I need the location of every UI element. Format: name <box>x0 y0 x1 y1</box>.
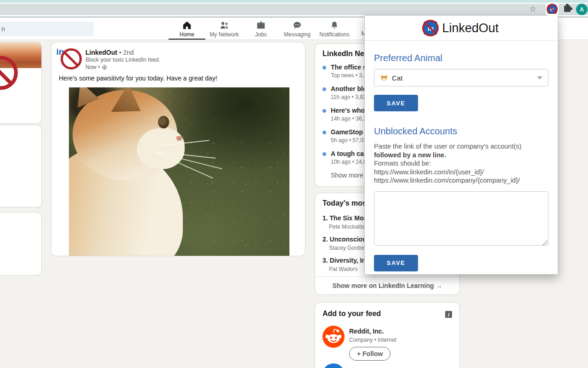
bullet-icon <box>322 66 326 69</box>
instructions-line: Formats should be: <box>374 159 548 168</box>
browser-toolbar <box>0 4 588 15</box>
reddit-logo[interactable] <box>322 326 345 348</box>
left-sidebar-card <box>0 125 41 207</box>
next-suggestion-logo-partial <box>322 363 345 368</box>
selected-animal-value: Cat <box>392 74 402 82</box>
linkedout-logo: in <box>60 47 61 56</box>
news-title: LinkedIn New <box>322 50 370 58</box>
cat-photo-eye <box>158 116 169 128</box>
show-more-linkedin-learning-link[interactable]: Show more on LinkedIn Learning → <box>315 276 459 294</box>
popup-header: in LinkedOut <box>365 16 558 41</box>
cat-photo-nose <box>176 136 182 141</box>
suggestion-company-name[interactable]: Reddit, Inc. <box>349 328 384 335</box>
my-network-icon <box>219 20 229 30</box>
news-show-more[interactable]: Show more <box>331 172 363 179</box>
add-to-feed-card: Add to your feed i Reddit, Inc. Company … <box>315 303 459 368</box>
prohibition-sign-icon <box>61 48 82 69</box>
post-author-tagline: Block your toxic LinkedIn feed. <box>85 57 160 63</box>
linkedout-logo: in <box>548 5 557 14</box>
prohibition-sign-icon <box>547 4 558 15</box>
reddit-alien-icon <box>322 326 345 348</box>
popup-body: Preferred Animal Cat SAVE Unblocked Acco… <box>365 53 558 271</box>
post-author-link[interactable]: LinkedOut • 2nd <box>85 49 134 56</box>
popup-anchor-tail <box>548 14 558 17</box>
connection-degree: • 2nd <box>119 49 134 56</box>
bullet-icon <box>322 109 326 113</box>
unblocked-accounts-textarea[interactable] <box>374 191 548 246</box>
courses-title: Today's most <box>322 199 369 207</box>
instructions-url-format-company: https://www.linkedin.com/company/{compan… <box>374 176 548 185</box>
unblocked-accounts-instructions: Paste the link of the user or company's … <box>374 142 548 185</box>
left-sidebar-card <box>0 213 41 275</box>
cat-emoji-icon <box>380 74 388 82</box>
search-text: n <box>1 25 5 33</box>
info-icon[interactable]: i <box>445 311 452 318</box>
post-author-avatar[interactable]: in <box>60 48 61 56</box>
jobs-briefcase-icon <box>256 20 266 30</box>
feed-post-card: in LinkedOut • 2nd Block your toxic Link… <box>51 42 305 256</box>
instructions-url-format-user: https://www.linkedin.com/in/{user_id}/ <box>374 168 548 177</box>
post-timestamp: Now • <box>85 64 107 70</box>
screen: ☆ in A n Home My Network Jobs <box>0 0 588 368</box>
browser-profile-avatar[interactable]: A <box>576 4 588 15</box>
post-image-cat-at-rainy-window[interactable] <box>69 87 289 256</box>
nav-item-home[interactable]: Home <box>169 19 205 40</box>
extensions-puzzle-icon[interactable] <box>564 6 571 12</box>
bookmark-star-icon[interactable]: ☆ <box>529 4 537 14</box>
browser-top-strip <box>0 0 588 3</box>
unblocked-accounts-heading: Unblocked Accounts <box>374 126 548 137</box>
instructions-line: Paste the link of the user or company's … <box>374 142 548 151</box>
notifications-bell-icon <box>329 20 339 30</box>
bullet-icon <box>322 131 326 134</box>
globe-visibility-icon <box>102 64 107 70</box>
chevron-down-icon <box>537 76 543 80</box>
unblocked-accounts-textarea-wrap <box>374 191 548 247</box>
instructions-line-bold: followed by a new line. <box>374 151 548 160</box>
add-to-feed-title: Add to your feed <box>322 310 381 318</box>
active-tab-underline <box>169 39 205 40</box>
bullet-icon <box>322 87 326 91</box>
preferred-animal-select[interactable]: Cat <box>374 69 548 86</box>
nav-item-messaging[interactable]: Messaging <box>279 19 316 40</box>
prohibition-sign-icon <box>422 20 439 36</box>
linkedout-logo: in <box>424 21 437 35</box>
messaging-icon <box>292 20 302 30</box>
follow-button[interactable]: + Follow <box>349 347 390 361</box>
nav-item-jobs[interactable]: Jobs <box>243 19 279 40</box>
linkedout-extension-popup: in LinkedOut Preferred Animal Cat SAVE U… <box>364 15 558 275</box>
popup-title: LinkedOut <box>442 21 498 35</box>
cat-photo-muzzle <box>137 128 185 169</box>
preferred-animal-heading: Preferred Animal <box>374 53 548 63</box>
prohibition-sign-icon <box>0 56 18 90</box>
unblocked-accounts-save-button[interactable]: SAVE <box>374 255 418 271</box>
post-text: Here's some pawsitivty for you today. Ha… <box>59 75 217 82</box>
home-icon <box>182 20 192 30</box>
suggestion-company-meta: Company • Internet <box>349 337 396 343</box>
bullet-icon <box>322 152 326 156</box>
nav-item-my-network[interactable]: My Network <box>206 19 243 40</box>
preferred-animal-save-button[interactable]: SAVE <box>374 95 418 111</box>
search-input[interactable]: n <box>0 22 94 36</box>
profile-card[interactable]: in <box>0 42 41 123</box>
